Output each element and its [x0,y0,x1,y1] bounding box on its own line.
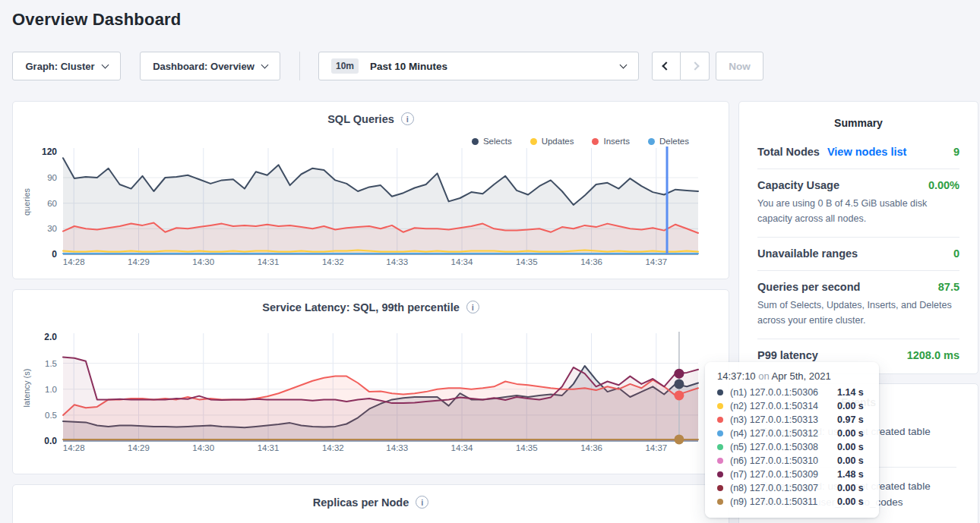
queries-per-second-description: Sum of Selects, Updates, Inserts, and De… [757,298,959,328]
svg-text:0.5: 0.5 [45,411,57,420]
svg-text:14:37: 14:37 [645,257,667,266]
capacity-usage-label: Capacity Usage [757,179,839,191]
legend-dot-icon [592,138,599,145]
legend-item[interactable]: Inserts [592,137,630,146]
chevron-down-icon [620,61,628,68]
svg-text:0: 0 [52,249,57,260]
legend-label: Selects [483,137,512,146]
svg-text:14:36: 14:36 [580,257,602,266]
tooltip-node-address: (n1) 127.0.0.1:50306 [730,387,837,398]
tooltip-node-row: (n2) 127.0.0.1:503140.00 s [717,399,867,413]
tooltip-node-address: (n8) 127.0.0.1:50307 [730,483,837,493]
graph-selector-label: Graph: Cluster [25,61,94,72]
sql-queries-panel: SQL Queries i SelectsUpdatesInsertsDelet… [12,101,729,279]
svg-text:14:30: 14:30 [192,443,214,452]
legend-item[interactable]: Deletes [648,137,689,146]
sql-queries-chart[interactable]: 14:2814:2914:3014:3114:3214:3314:3414:35… [13,146,729,283]
charts-column: SQL Queries i SelectsUpdatesInsertsDelet… [12,101,729,523]
capacity-usage-row: Capacity Usage 0.00% You are using 0 B o… [757,169,959,238]
chart-legend: SelectsUpdatesInsertsDeletes [472,137,689,146]
legend-label: Inserts [603,137,630,146]
legend-dot-icon [648,138,655,145]
view-nodes-list-link[interactable]: View nodes list [827,146,907,158]
svg-text:60: 60 [47,199,57,208]
dashboard-selector-dropdown[interactable]: Dashboard: Overview [140,52,280,80]
tooltip-node-row: (n9) 127.0.0.1:503110.00 s [717,495,867,509]
svg-text:120: 120 [42,147,57,157]
node-series-dot-icon [717,430,723,436]
svg-text:14:34: 14:34 [451,257,473,266]
tooltip-node-row: (n8) 127.0.0.1:503070.00 s [717,481,867,495]
queries-per-second-label: Queries per second [757,281,860,293]
svg-text:14:37: 14:37 [645,443,667,452]
tooltip-node-address: (n4) 127.0.0.1:50312 [730,428,837,439]
svg-text:14:28: 14:28 [63,257,85,266]
node-series-dot-icon [717,389,723,395]
service-latency-title: Service Latency: SQL, 99th percentile i [13,290,729,313]
now-button[interactable]: Now [716,52,763,80]
node-series-dot-icon [717,471,723,477]
tooltip-node-value: 0.00 s [837,442,864,452]
tooltip-node-address: (n2) 127.0.0.1:50314 [730,401,837,411]
svg-text:2.0: 2.0 [44,332,57,342]
info-icon[interactable]: i [401,112,414,125]
time-range-selector[interactable]: 10m Past 10 Minutes [318,52,639,80]
tooltip-node-value: 1.48 s [837,469,864,480]
tooltip-node-row: (n6) 127.0.0.1:503100.00 s [717,454,867,468]
tooltip-node-row: (n1) 127.0.0.1:503061.14 s [717,386,867,399]
tooltip-node-value: 0.00 s [837,455,864,466]
queries-per-second-value: 87.5 [938,281,959,293]
svg-text:14:33: 14:33 [386,257,408,266]
legend-label: Deletes [659,137,689,146]
tooltip-node-value: 1.14 s [837,387,864,398]
legend-item[interactable]: Updates [530,137,574,146]
svg-text:14:31: 14:31 [258,257,280,266]
tooltip-node-row: (n3) 127.0.0.1:503130.97 s [717,413,867,427]
graph-selector-dropdown[interactable]: Graph: Cluster [12,52,121,80]
tooltip-node-row: (n5) 127.0.0.1:503080.00 s [717,440,867,454]
tooltip-node-address: (n3) 127.0.0.1:50313 [730,414,837,425]
overview-dashboard-page: Overview Dashboard Graph: Cluster Dashbo… [0,0,980,523]
legend-item[interactable]: Selects [472,137,512,146]
svg-text:latency (s): latency (s) [22,369,31,408]
total-nodes-value: 9 [953,146,959,158]
time-range-label: Past 10 Minutes [370,61,447,72]
info-icon[interactable]: i [466,301,479,313]
node-series-dot-icon [717,485,723,491]
svg-text:14:34: 14:34 [451,443,473,452]
svg-text:14:35: 14:35 [516,257,538,266]
svg-text:14:36: 14:36 [580,443,602,452]
node-series-dot-icon [717,458,723,464]
svg-text:14:30: 14:30 [192,257,214,266]
tooltip-node-address: (n9) 127.0.0.1:50311 [730,496,837,507]
svg-text:14:35: 14:35 [516,443,538,452]
page-title: Overview Dashboard [12,10,181,30]
time-forward-button[interactable] [681,52,710,80]
chart-tooltip: 14:37:10 on Apr 5th, 2021 (n1) 127.0.0.1… [705,362,879,518]
tooltip-timestamp: 14:37:10 on Apr 5th, 2021 [717,370,867,382]
replicas-per-node-title: Replicas per Node i [13,485,729,509]
svg-text:90: 90 [47,173,57,182]
tooltip-node-value: 0.00 s [837,401,864,411]
tooltip-node-address: (n7) 127.0.0.1:50309 [730,469,837,480]
legend-dot-icon [472,138,479,145]
legend-label: Updates [542,137,574,146]
svg-text:queries: queries [22,187,31,216]
info-icon[interactable]: i [416,496,428,509]
tooltip-node-value: 0.00 s [837,428,864,439]
capacity-usage-description: You are using 0 B of 4.5 GiB usable disk… [757,196,959,226]
unavailable-ranges-label: Unavailable ranges [757,247,858,260]
node-series-dot-icon [717,417,723,423]
unavailable-ranges-row: Unavailable ranges 0 [757,238,959,271]
service-latency-chart[interactable]: 14:2814:2914:3014:3114:3214:3314:3414:35… [13,328,729,478]
sql-queries-title: SQL Queries i [13,102,729,125]
time-back-button[interactable] [652,52,681,80]
p99-latency-value: 1208.0 ms [907,349,959,361]
controls-divider [299,52,300,80]
summary-panel: Summary Total Nodes View nodes list 9 Ca… [738,101,978,374]
service-latency-panel: Service Latency: SQL, 99th percentile i … [12,289,729,474]
svg-text:1.5: 1.5 [45,359,57,368]
tooltip-node-row: (n4) 127.0.0.1:503120.00 s [717,427,867,440]
p99-latency-label: P99 latency [757,349,818,361]
capacity-usage-value: 0.00% [928,179,959,191]
